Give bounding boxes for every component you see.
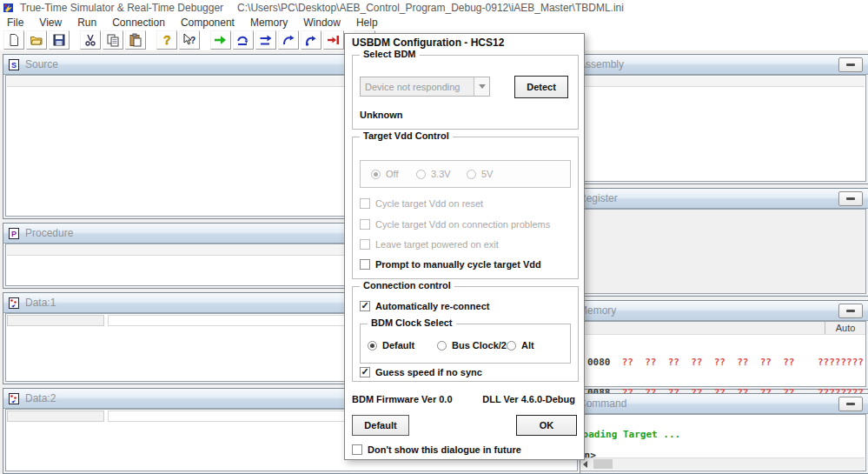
step-out-button[interactable] bbox=[278, 30, 299, 50]
open-file-icon bbox=[30, 33, 43, 47]
app-window: True-Time Simulator & Real-Time Debugger… bbox=[0, 0, 868, 474]
menu-window[interactable]: Window bbox=[303, 17, 341, 29]
data-icon bbox=[9, 297, 19, 309]
memory-mode-selector[interactable]: Auto bbox=[825, 322, 865, 334]
clock-default-radio[interactable] bbox=[368, 341, 377, 350]
minimize-icon bbox=[846, 310, 855, 312]
clock-alt-radio[interactable] bbox=[507, 341, 516, 350]
auto-reconnect-label: Automatically re-connect bbox=[375, 301, 489, 311]
halt-button[interactable] bbox=[323, 30, 344, 50]
menu-help[interactable]: Help bbox=[356, 17, 378, 29]
titlebar: True-Time Simulator & Real-Time Debugger… bbox=[0, 0, 868, 16]
procedure-icon: P bbox=[9, 228, 19, 239]
prompt-cycle-vdd-label: Prompt to manually cycle target Vdd bbox=[375, 259, 541, 270]
cut-icon bbox=[83, 33, 97, 47]
dont-show-dialog-checkbox[interactable] bbox=[352, 444, 362, 455]
data2-name-column[interactable] bbox=[7, 411, 104, 422]
vdd-3v3-label: 3.3V bbox=[431, 169, 451, 179]
assembly-window-titlebar[interactable]: A Assembly bbox=[557, 55, 868, 75]
save-icon bbox=[52, 33, 66, 47]
context-help-button[interactable]: ? bbox=[179, 30, 200, 50]
register-window-titlebar[interactable]: R Register bbox=[557, 189, 868, 209]
help-button[interactable]: ? bbox=[156, 30, 177, 50]
document-path: C:\Users\PC\Desktop\AEB_Control_Program_… bbox=[237, 2, 624, 14]
menu-file[interactable]: File bbox=[7, 17, 23, 29]
step-over-button[interactable] bbox=[255, 30, 276, 50]
menu-run[interactable]: Run bbox=[77, 17, 96, 29]
copy-button[interactable] bbox=[103, 30, 123, 50]
single-step-button[interactable] bbox=[233, 30, 254, 50]
cycle-vdd-connection-checkbox[interactable] bbox=[360, 219, 370, 230]
data2-window-title: Data:2 bbox=[25, 392, 56, 404]
register-window: R Register bbox=[556, 188, 868, 297]
detect-button[interactable]: Detect bbox=[514, 76, 568, 98]
open-file-button[interactable] bbox=[26, 30, 47, 50]
register-minimize-button[interactable] bbox=[838, 191, 863, 206]
help-icon: ? bbox=[160, 33, 174, 47]
menu-component[interactable]: Component bbox=[181, 17, 235, 29]
menu-connection[interactable]: Connection bbox=[112, 17, 165, 29]
start-continue-icon bbox=[214, 33, 228, 47]
auto-reconnect-checkbox[interactable] bbox=[360, 301, 370, 311]
paste-button[interactable] bbox=[125, 30, 146, 50]
minimize-icon bbox=[846, 63, 855, 66]
prompt-cycle-vdd-checkbox[interactable] bbox=[360, 259, 370, 270]
command-minimize-button[interactable] bbox=[838, 397, 863, 411]
data1-window-title: Data:1 bbox=[25, 297, 56, 309]
default-button[interactable]: Default bbox=[352, 415, 409, 436]
halt-icon bbox=[327, 33, 341, 47]
minimize-icon bbox=[846, 403, 855, 405]
vdd-radio-panel: Off 3.3V 5V bbox=[360, 160, 571, 188]
bdm-device-combobox[interactable]: Device not responding bbox=[360, 77, 490, 97]
vdd-off-radio[interactable] bbox=[371, 170, 381, 179]
chevron-down-icon bbox=[479, 84, 486, 89]
guess-speed-checkbox[interactable] bbox=[360, 367, 370, 377]
vdd-off-label: Off bbox=[386, 169, 398, 179]
leave-powered-checkbox[interactable] bbox=[360, 239, 370, 250]
assembly-step-button[interactable] bbox=[301, 30, 321, 50]
command-window-titlebar[interactable]: C Command bbox=[557, 394, 868, 414]
data1-name-column[interactable] bbox=[7, 315, 104, 326]
bdm-device-value: Device not responding bbox=[361, 82, 474, 92]
procedure-window-title: Procedure bbox=[25, 227, 73, 239]
bdm-clock-select-label: BDM Clock Select bbox=[368, 317, 456, 328]
scroll-left-arrow-icon[interactable] bbox=[580, 460, 590, 469]
cut-button[interactable] bbox=[80, 30, 101, 50]
menu-memory[interactable]: Memory bbox=[250, 17, 288, 29]
assembly-window: A Assembly bbox=[556, 54, 868, 184]
clock-bus2-radio[interactable] bbox=[437, 341, 447, 350]
dont-show-dialog-label: Don't show this dialogue in future bbox=[368, 444, 521, 455]
context-help-icon: ? bbox=[182, 33, 196, 47]
vdd-5v-radio[interactable] bbox=[467, 170, 476, 179]
command-window: C Command Loading Target ... in> bbox=[556, 393, 868, 474]
command-horizontal-scrollbar[interactable] bbox=[560, 457, 865, 470]
source-window-title: Source bbox=[25, 58, 58, 70]
svg-text:P: P bbox=[11, 230, 17, 238]
scrollbar-thumb[interactable] bbox=[593, 459, 613, 469]
cycle-vdd-reset-checkbox[interactable] bbox=[360, 198, 370, 209]
leave-powered-label: Leave target powered on exit bbox=[375, 239, 499, 250]
usbdm-configuration-dialog: USBDM Configuration - HCS12 Select BDM D… bbox=[344, 33, 585, 460]
memory-row: 0080 ?? ?? ?? ?? ?? ?? ?? ?? ???????? bbox=[587, 357, 865, 368]
clock-alt-label: Alt bbox=[521, 340, 534, 350]
step-over-icon bbox=[259, 33, 273, 47]
save-button[interactable] bbox=[49, 30, 70, 50]
ok-button[interactable]: OK bbox=[516, 415, 577, 436]
new-file-button[interactable] bbox=[3, 30, 24, 50]
bdm-status-text: Unknown bbox=[360, 110, 403, 120]
register-content[interactable] bbox=[559, 209, 866, 294]
command-content[interactable]: Loading Target ... in> bbox=[559, 414, 866, 471]
target-vdd-group: Target Vdd Control Off 3.3V 5V Cycle tar… bbox=[352, 137, 579, 279]
assembly-content[interactable] bbox=[559, 75, 866, 182]
memory-window-titlebar[interactable]: M Memory bbox=[557, 301, 868, 321]
vdd-3v3-radio[interactable] bbox=[416, 170, 426, 179]
new-file-icon bbox=[7, 33, 21, 47]
menu-view[interactable]: View bbox=[39, 17, 62, 29]
start-continue-button[interactable] bbox=[210, 30, 231, 50]
assembly-minimize-button[interactable] bbox=[838, 57, 863, 72]
paste-icon bbox=[129, 33, 142, 47]
bdm-clock-select-group: BDM Clock Select Default Bus Clock/2 Alt bbox=[360, 324, 571, 364]
memory-content[interactable]: Auto 0080 ?? ?? ?? ?? ?? ?? ?? ?? ??????… bbox=[559, 321, 866, 387]
combobox-dropdown-button[interactable] bbox=[474, 77, 489, 96]
memory-minimize-button[interactable] bbox=[838, 304, 863, 318]
